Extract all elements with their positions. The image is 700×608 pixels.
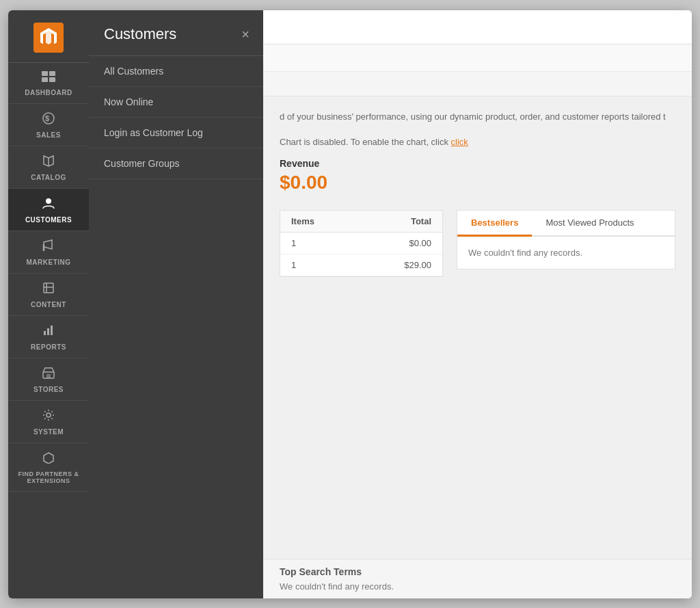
sidebar-item-catalog[interactable]: CATALOG [8, 146, 89, 189]
orders-table: Items Total 1 $0.00 1 $29.00 [280, 210, 443, 291]
secondary-bar [263, 44, 692, 72]
sidebar-item-label: CUSTOMERS [25, 216, 72, 224]
sidebar-item-marketing[interactable]: MARKETING [8, 231, 89, 274]
revenue-section: Revenue $0.00 [280, 158, 675, 194]
tab-most-viewed[interactable]: Most Viewed Products [532, 211, 647, 237]
search-terms-title: Top Search Terms [280, 566, 675, 577]
main-content: d of your business' performance, using o… [263, 10, 692, 598]
right-panel: Items Total 1 $0.00 1 $29.00 [280, 210, 675, 291]
menu-item-now-online[interactable]: Now Online [89, 87, 263, 118]
svg-rect-15 [47, 328, 49, 335]
sidebar-item-dashboard[interactable]: DASHBOARD [8, 63, 89, 104]
menu-item-all-customers[interactable]: All Customers [89, 56, 263, 87]
tabs-content: We couldn't find any records. [457, 237, 675, 269]
items-cell: 1 [291, 260, 362, 270]
sidebar-item-label: CONTENT [31, 301, 66, 308]
stores-icon [42, 367, 55, 382]
total-col-header: Total [362, 216, 432, 226]
table-row: 1 $29.00 [280, 254, 442, 276]
sidebar-item-label: FIND PARTNERS & EXTENSIONS [11, 471, 86, 484]
no-records-text: We couldn't find any records. [468, 248, 582, 258]
info-text: d of your business' performance, using o… [280, 110, 675, 124]
flyout-header: Customers × [89, 10, 263, 56]
magento-logo-icon [33, 23, 64, 53]
table-row: 1 $0.00 [280, 233, 442, 254]
marketing-icon [42, 239, 55, 255]
tabs-header: Bestsellers Most Viewed Products [457, 211, 675, 237]
sidebar-item-label: SALES [36, 131, 61, 139]
search-section: Top Search Terms We couldn't find any re… [263, 559, 692, 598]
products-panel: Bestsellers Most Viewed Products We coul… [457, 210, 675, 291]
svg-rect-11 [44, 283, 53, 293]
top-bar [263, 10, 692, 44]
sidebar-item-content[interactable]: CONTENT [8, 274, 89, 316]
tertiary-bar [263, 72, 692, 96]
svg-rect-14 [44, 331, 46, 335]
svg-marker-9 [44, 240, 52, 249]
sidebar-item-label: REPORTS [31, 343, 66, 351]
sidebar-item-stores[interactable]: STORES [8, 358, 89, 401]
flyout-close-button[interactable]: × [241, 27, 250, 41]
system-icon [42, 409, 55, 425]
reports-icon [42, 324, 55, 340]
total-cell: $29.00 [362, 260, 432, 270]
svg-text:$: $ [45, 114, 50, 122]
chart-disabled-text: Chart is disabled. To enable the chart, … [280, 137, 675, 147]
svg-rect-2 [49, 71, 55, 76]
total-cell: $0.00 [362, 238, 432, 248]
content-area: d of your business' performance, using o… [263, 96, 692, 559]
chart-enable-link[interactable]: click [451, 137, 468, 147]
svg-marker-20 [44, 453, 53, 464]
content-icon [42, 282, 55, 298]
sidebar-item-reports[interactable]: REPORTS [8, 316, 89, 358]
extensions-icon [42, 451, 55, 467]
sidebar-logo [8, 10, 89, 63]
items-col-header: Items [291, 216, 362, 226]
sidebar-item-label: STORES [33, 386, 64, 393]
catalog-icon [42, 155, 55, 170]
sidebar-item-sales[interactable]: $ SALES [8, 104, 89, 146]
sidebar-item-customers[interactable]: CUSTOMERS [8, 189, 89, 231]
sidebar-item-label: MARKETING [26, 259, 70, 266]
svg-point-8 [46, 198, 51, 204]
table-header: Items Total [280, 211, 442, 233]
sidebar: DASHBOARD $ SALES CATALOG CUSTOMERS MARK… [8, 10, 89, 598]
revenue-value: $0.00 [280, 172, 675, 194]
menu-item-customer-groups[interactable]: Customer Groups [89, 148, 263, 179]
menu-item-login-log[interactable]: Login as Customer Log [89, 118, 263, 148]
customers-flyout: Customers × All Customers Now Online Log… [89, 10, 263, 598]
sidebar-item-label: SYSTEM [33, 428, 64, 436]
sidebar-item-extensions[interactable]: FIND PARTNERS & EXTENSIONS [8, 443, 89, 492]
sales-icon: $ [42, 112, 55, 128]
revenue-label: Revenue [280, 158, 675, 169]
flyout-title: Customers [104, 25, 176, 43]
svg-rect-18 [46, 374, 51, 378]
tabs-panel: Bestsellers Most Viewed Products We coul… [457, 210, 675, 269]
svg-rect-16 [51, 326, 53, 335]
svg-rect-3 [42, 77, 48, 82]
dashboard-icon [42, 71, 55, 85]
items-cell: 1 [291, 238, 362, 248]
sidebar-item-label: DASHBOARD [25, 89, 72, 96]
svg-point-19 [46, 413, 51, 417]
sidebar-item-system[interactable]: SYSTEM [8, 401, 89, 443]
customers-icon [42, 197, 55, 213]
svg-rect-4 [49, 77, 55, 82]
orders-table-container: Items Total 1 $0.00 1 $29.00 [280, 210, 443, 277]
svg-rect-1 [42, 71, 48, 76]
sidebar-item-label: CATALOG [31, 174, 66, 181]
search-no-records: We couldn't find any records. [280, 581, 675, 592]
tab-bestsellers[interactable]: Bestsellers [457, 211, 532, 237]
